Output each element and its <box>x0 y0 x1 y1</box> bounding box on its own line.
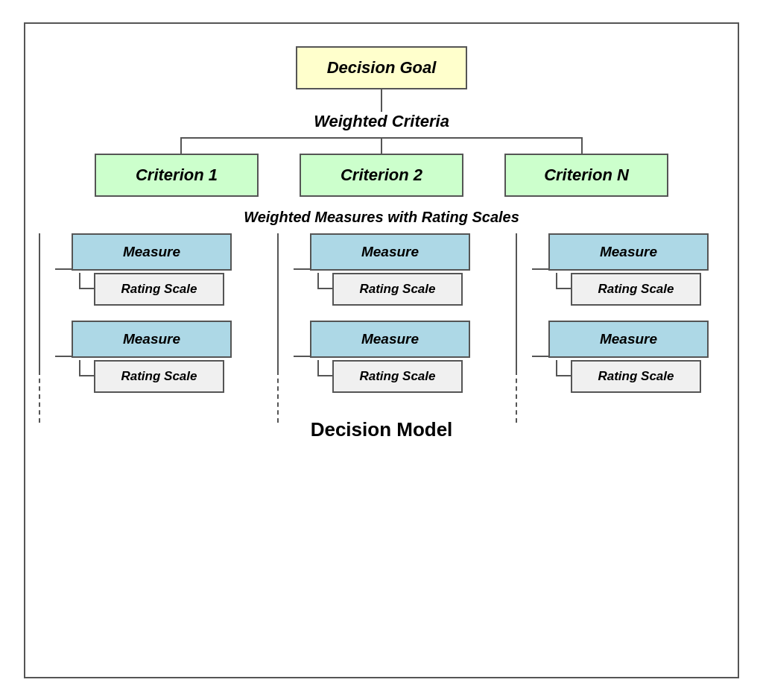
col2-m2-scale-connector: Rating Scale <box>310 360 470 393</box>
col3-m2-connector: Measure Rating Scale <box>532 321 724 393</box>
col3-m1-scale-connector: Rating Scale <box>548 273 709 306</box>
col2-m2-connector: Measure Rating Scale <box>294 321 486 393</box>
decision-model-label: Decision Model <box>311 418 453 441</box>
col1-m1-scale-connector: Rating Scale <box>72 273 232 306</box>
col2-measure-group-1: Measure Rating Scale <box>294 233 486 306</box>
col3-measure-group-2: Measure Rating Scale <box>532 321 724 393</box>
criterion-box-1: Criterion 1 <box>95 154 259 197</box>
col3-m1-connector: Measure Rating Scale <box>532 233 724 306</box>
criterion-col-2: Criterion 2 <box>296 154 467 197</box>
col1-branch: Measure Rating Scale <box>39 233 247 400</box>
col2-branch: Measure Rating Scale <box>277 233 486 400</box>
col3-m2-scale-connector: Rating Scale <box>548 360 709 393</box>
col3-rating-scale-2: Rating Scale <box>571 360 701 393</box>
col2-m2-scale-l <box>317 360 332 376</box>
diagram-container: Decision Goal Weighted Criteria Criterio… <box>24 22 739 678</box>
col2-m1-connector: Measure Rating Scale <box>294 233 486 306</box>
criterion-col-3: Criterion N <box>501 154 672 197</box>
col2-m1-horiz <box>294 268 310 270</box>
col3-m2-horiz <box>532 356 548 357</box>
col2-branch-dashed <box>277 371 279 423</box>
col1-m2-scale-connector: Rating Scale <box>72 360 232 393</box>
col2-m1-scale-connector: Rating Scale <box>310 273 470 306</box>
col1-m1-scale-horiz <box>79 288 94 289</box>
col1-m2-horiz <box>55 356 72 357</box>
decision-goal-box: Decision Goal <box>296 46 468 89</box>
weighted-criteria-label: Weighted Criteria <box>314 112 449 131</box>
col1-m2-with-scale: Measure Rating Scale <box>72 321 232 393</box>
decision-goal-label: Decision Goal <box>327 58 437 77</box>
col3-branch-vert <box>516 233 517 371</box>
col3-m1-with-scale: Measure Rating Scale <box>548 233 709 306</box>
criterion-box-2: Criterion 2 <box>300 154 463 197</box>
col1-measure-1: Measure <box>72 233 232 271</box>
col2-m2-horiz <box>294 356 310 357</box>
col2-branch-vert <box>277 233 279 371</box>
col3-m2-scale-horiz <box>556 375 571 376</box>
col2-measure-2: Measure <box>310 321 470 358</box>
col2-m2-scale-horiz <box>317 375 332 376</box>
col1-m1-connector: Measure Rating Scale <box>55 233 247 306</box>
col2-m1-scale-l <box>317 273 332 289</box>
col1-m1-with-scale: Measure Rating Scale <box>72 233 232 306</box>
col1-m1-scale-l <box>79 273 94 289</box>
col1-m1-horiz <box>55 268 72 270</box>
col1-branch-dashed <box>39 371 40 423</box>
col3-m1-scale-horiz <box>556 288 571 289</box>
col2-measure-group-2: Measure Rating Scale <box>294 321 486 393</box>
col2-measure-1: Measure <box>310 233 470 271</box>
col3-m2-scale-l <box>556 360 571 376</box>
col2-m2-scale-vert <box>317 360 319 375</box>
criterion-box-3: Criterion N <box>504 154 668 197</box>
col1-rating-scale-2: Rating Scale <box>94 360 224 393</box>
criteria-hline-area <box>98 137 665 154</box>
col3-measure-group-1: Measure Rating Scale <box>532 233 724 306</box>
weighted-measures-label: Weighted Measures with Rating Scales <box>244 209 519 226</box>
col3-measure-1: Measure <box>548 233 709 271</box>
criteria-row: Criterion 1 Criterion 2 Criterion N <box>91 154 672 197</box>
col1-m1-scale-vert <box>79 273 80 288</box>
col1-measure-group-2: Measure Rating Scale <box>55 321 247 393</box>
col3-m2-with-scale: Measure Rating Scale <box>548 321 709 393</box>
col2-rating-scale-2: Rating Scale <box>332 360 463 393</box>
col1-m2-connector: Measure Rating Scale <box>55 321 247 393</box>
col1-m2-scale-l <box>79 360 94 376</box>
criterion-col-1: Criterion 1 <box>91 154 262 197</box>
col3-measure-2: Measure <box>548 321 709 358</box>
col3-m2-scale-vert <box>556 360 557 375</box>
col2-m1-scale-horiz <box>317 288 332 289</box>
measure-col-1: Measure Rating Scale <box>39 233 247 400</box>
col1-rating-scale-1: Rating Scale <box>94 273 224 306</box>
col2-rating-scale-1: Rating Scale <box>332 273 463 306</box>
col3-m1-horiz <box>532 268 548 270</box>
col3-branch: Measure Rating Scale <box>516 233 724 400</box>
measures-row: Measure Rating Scale <box>39 233 724 400</box>
col3-branch-dashed <box>516 371 517 423</box>
measure-col-3: Measure Rating Scale <box>516 233 724 400</box>
col1-m2-scale-vert <box>79 360 80 375</box>
col2-m1-scale-vert <box>317 273 319 288</box>
col2-m2-with-scale: Measure Rating Scale <box>310 321 470 393</box>
col1-measure-2: Measure <box>72 321 232 358</box>
measure-col-2: Measure Rating Scale <box>277 233 486 400</box>
col1-measure-group-1: Measure Rating Scale <box>55 233 247 306</box>
col3-m1-scale-vert <box>556 273 557 288</box>
col1-m2-scale-horiz <box>79 375 94 376</box>
goal-connector <box>381 89 382 112</box>
col3-m1-scale-l <box>556 273 571 289</box>
col1-branch-vert <box>39 233 40 371</box>
col3-rating-scale-1: Rating Scale <box>571 273 701 306</box>
col2-m1-with-scale: Measure Rating Scale <box>310 233 470 306</box>
